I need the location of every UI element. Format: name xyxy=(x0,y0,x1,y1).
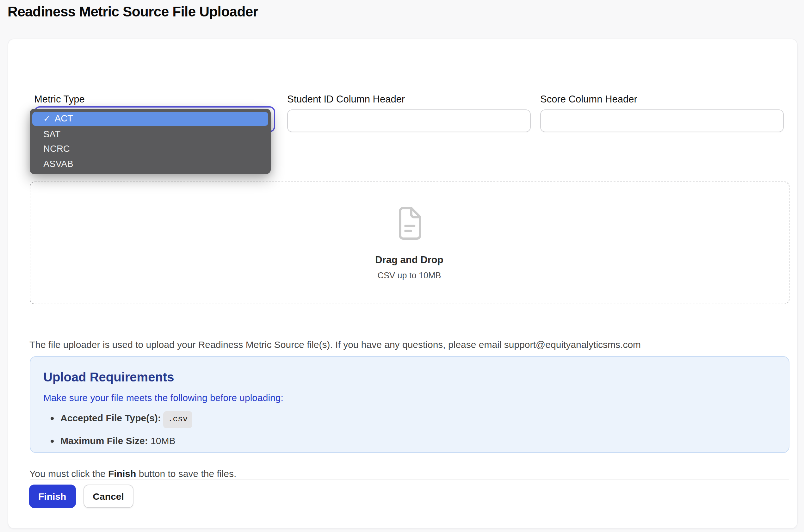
button-row: Finish Cancel xyxy=(29,484,133,508)
cancel-button[interactable]: Cancel xyxy=(83,484,133,508)
finish-note-suffix: button to save the files. xyxy=(136,468,236,479)
requirement-value: 10MB xyxy=(151,435,175,446)
requirements-list: Accepted File Type(s):.csv Maximum File … xyxy=(43,411,773,447)
metric-type-label: Metric Type xyxy=(34,93,278,106)
uploader-description: The file uploader is used to upload your… xyxy=(30,338,789,351)
page-title: Readiness Metric Source File Uploader xyxy=(7,3,804,21)
upload-requirements-box: Upload Requirements Make sure your file … xyxy=(30,356,789,453)
score-field: Score Column Header xyxy=(540,93,784,132)
score-input[interactable] xyxy=(540,110,784,132)
finish-button[interactable]: Finish xyxy=(29,484,76,508)
finish-note: You must click the Finish button to save… xyxy=(30,467,236,480)
requirements-subtitle: Make sure your file meets the following … xyxy=(43,392,773,404)
requirement-label: Accepted File Type(s): xyxy=(60,413,161,423)
requirements-title: Upload Requirements xyxy=(43,369,773,385)
menu-option-label: ACT xyxy=(55,112,73,126)
requirement-label: Maximum File Size: xyxy=(60,435,148,446)
finish-note-prefix: You must click the xyxy=(30,468,108,479)
requirement-item-filetype: Accepted File Type(s):.csv xyxy=(60,411,773,428)
dropzone-subtitle: CSV up to 10MB xyxy=(377,271,441,281)
student-id-input[interactable] xyxy=(287,110,531,132)
menu-option-act[interactable]: ✓ ACT xyxy=(32,112,268,126)
student-id-label: Student ID Column Header xyxy=(287,93,531,106)
score-label: Score Column Header xyxy=(540,93,784,106)
requirement-item-filesize: Maximum File Size: 10MB xyxy=(60,435,773,447)
file-dropzone[interactable]: Drag and Drop CSV up to 10MB xyxy=(30,182,789,304)
app-viewport: Readiness Metric Source File Uploader Me… xyxy=(0,3,804,532)
menu-option-asvab[interactable]: ASVAB xyxy=(30,156,270,171)
uploader-card: Metric Type Student ID Column Header Sco… xyxy=(7,39,798,529)
check-icon: ✓ xyxy=(43,112,50,126)
filetype-code-chip: .csv xyxy=(164,411,192,428)
dropzone-title: Drag and Drop xyxy=(375,254,443,266)
finish-note-bold: Finish xyxy=(108,468,136,479)
student-id-field: Student ID Column Header xyxy=(287,93,531,132)
button-divider xyxy=(30,479,788,479)
metric-type-dropdown-menu: ✓ ACT SAT NCRC ASVAB xyxy=(30,109,270,174)
menu-option-ncrc[interactable]: NCRC xyxy=(30,142,270,156)
menu-option-sat[interactable]: SAT xyxy=(30,127,270,142)
document-icon xyxy=(391,205,428,242)
